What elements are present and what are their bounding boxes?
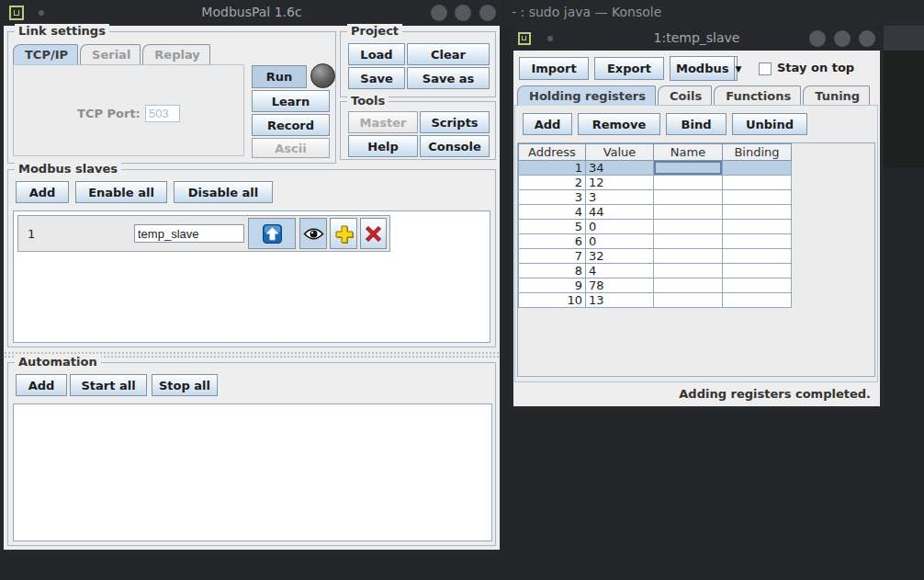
window-button[interactable] [431,5,447,21]
cell-name[interactable] [654,264,723,279]
run-button[interactable]: Run [252,65,307,88]
tab-functions[interactable]: Functions [714,85,801,106]
cell-name[interactable] [654,176,723,190]
cell-address[interactable]: 6 [519,234,586,249]
register-row[interactable]: 978 [519,279,792,293]
import-button[interactable]: Import [519,57,589,80]
cell-binding[interactable] [723,190,792,205]
stay-on-top-checkbox[interactable] [759,63,772,75]
tab-replay[interactable]: Replay [142,44,209,64]
cell-address[interactable]: 9 [519,279,586,293]
window-button[interactable] [834,30,851,47]
slave-enable-toggle[interactable] [248,218,296,249]
cell-value[interactable]: 78 [586,279,654,293]
slave-name-field[interactable] [134,224,244,243]
help-button[interactable]: Help [348,135,418,157]
cell-value[interactable]: 3 [586,190,654,205]
cell-address[interactable]: 5 [519,220,586,234]
column-header-name[interactable]: Name [654,144,723,161]
cell-binding[interactable] [723,279,792,293]
slave-view-button[interactable] [299,218,327,249]
cell-address[interactable]: 4 [519,205,586,220]
cell-value[interactable]: 0 [586,234,654,249]
add-slave-button[interactable]: Add [16,181,69,203]
tab-tcpip[interactable]: TCP/IP [13,44,78,64]
tab-holding-registers[interactable]: Holding registers [517,85,656,106]
record-button[interactable]: Record [252,114,330,136]
cell-binding[interactable] [723,293,792,308]
console-button[interactable]: Console [420,135,490,157]
enable-all-button[interactable]: Enable all [75,181,167,203]
cell-value[interactable]: 13 [586,293,654,308]
register-row[interactable]: 444 [519,205,792,220]
cell-address[interactable]: 7 [519,249,586,264]
cell-name[interactable] [654,279,723,293]
temp-slave-titlebar[interactable]: 1:temp_slave [510,27,884,51]
add-register-button[interactable]: Add [523,113,572,135]
save-as-button[interactable]: Save as [407,67,490,89]
column-header-binding[interactable]: Binding [723,144,792,161]
column-header-value[interactable]: Value [586,144,654,161]
cell-address[interactable]: 3 [519,190,586,205]
register-row[interactable]: 212 [519,176,792,190]
window-button[interactable] [859,30,875,47]
unbind-button[interactable]: Unbind [732,113,807,135]
cell-binding[interactable] [723,234,792,249]
add-automation-button[interactable]: Add [16,374,67,396]
bind-button[interactable]: Bind [666,113,727,135]
ascii-button[interactable]: Ascii [252,138,330,158]
cell-binding[interactable] [723,264,792,279]
cell-name[interactable] [654,249,723,264]
cell-binding[interactable] [723,205,792,220]
scripts-button[interactable]: Scripts [420,111,490,133]
register-row[interactable]: 134 [519,161,792,176]
protocol-combobox[interactable]: Modbus ▼ [670,56,738,81]
register-row[interactable]: 732 [519,249,792,264]
cell-name[interactable] [654,161,723,176]
clear-button[interactable]: Clear [407,43,490,65]
cell-address[interactable]: 1 [519,161,586,176]
cell-address[interactable]: 2 [519,176,586,190]
cell-name[interactable] [654,293,723,308]
cell-binding[interactable] [723,249,792,264]
cell-value[interactable]: 34 [586,161,654,176]
cell-binding[interactable] [723,176,792,190]
remove-register-button[interactable]: Remove [578,113,660,135]
cell-name[interactable] [654,190,723,205]
load-button[interactable]: Load [348,43,405,65]
register-row[interactable]: 33 [519,190,792,205]
start-all-button[interactable]: Start all [70,374,147,396]
cell-address[interactable]: 8 [519,264,586,279]
slave-add-registers-button[interactable] [330,218,357,249]
slave-delete-button[interactable] [360,218,387,249]
window-button[interactable] [455,5,471,21]
cell-binding[interactable] [723,220,792,234]
cell-name[interactable] [654,205,723,220]
register-row[interactable]: 50 [519,220,792,234]
cell-binding[interactable] [723,161,792,176]
tcp-port-field[interactable] [145,105,180,122]
tab-tuning[interactable]: Tuning [803,85,870,106]
register-row[interactable]: 60 [519,234,792,249]
cell-address[interactable]: 10 [519,293,586,308]
cell-value[interactable]: 4 [586,264,654,279]
disable-all-button[interactable]: Disable all [174,181,273,203]
column-header-address[interactable]: Address [519,144,586,161]
master-button[interactable]: Master [348,111,418,133]
tab-coils[interactable]: Coils [658,85,712,106]
register-row[interactable]: 1013 [519,293,792,308]
cell-value[interactable]: 12 [586,176,654,190]
registers-table[interactable]: Address Value Name Binding 1342123344450… [518,143,792,308]
cell-name[interactable] [654,220,723,234]
register-row[interactable]: 84 [519,264,792,279]
stop-all-button[interactable]: Stop all [152,374,218,396]
cell-value[interactable]: 0 [586,220,654,234]
cell-value[interactable]: 32 [586,249,654,264]
modbuspal-titlebar[interactable]: ModbusPal 1.6c [0,0,503,26]
cell-value[interactable]: 44 [586,205,654,220]
tab-serial[interactable]: Serial [80,44,141,64]
export-button[interactable]: Export [594,57,664,80]
window-button[interactable] [479,5,496,21]
window-button[interactable] [809,30,826,47]
learn-button[interactable]: Learn [252,90,330,112]
